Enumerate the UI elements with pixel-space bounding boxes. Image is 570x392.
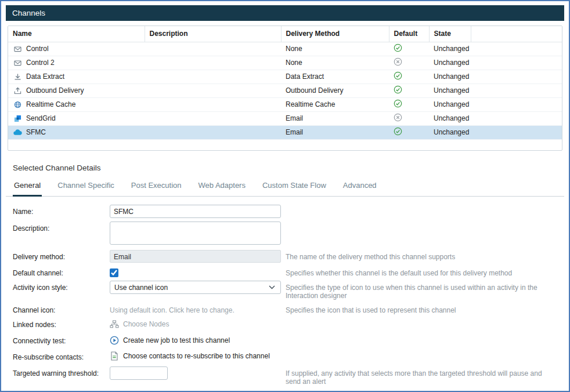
table-row[interactable]: Control 2NoneUnchanged <box>8 56 562 70</box>
play-circle-icon <box>110 336 119 345</box>
filter-label: Filter: <box>13 389 110 392</box>
targeted-warning-threshold-help: If supplied, any activity that selects m… <box>286 366 557 386</box>
cell-extra <box>471 111 562 125</box>
description-row: Description: <box>13 222 557 245</box>
column-header-description[interactable]: Description <box>145 26 281 42</box>
table-header-row: Name Description Delivery Method Default… <box>8 26 562 42</box>
cell-state: Unchanged <box>429 97 471 111</box>
activity-icon-style-select[interactable]: Use channel icon <box>110 281 281 294</box>
cell-name: Control 2 <box>8 56 145 70</box>
table-row[interactable]: SendGridEmailUnchanged <box>8 111 562 125</box>
channel-icon-change-link[interactable]: Using default icon. Click here to change… <box>110 303 235 314</box>
channel-name: Realtime Cache <box>26 100 75 108</box>
cell-extra <box>471 97 562 111</box>
outbound-delivery-icon <box>13 87 22 95</box>
cell-delivery-method: Realtime Cache <box>281 97 389 111</box>
cell-description <box>145 56 281 70</box>
tab-custom-state-flow[interactable]: Custom State Flow <box>261 181 327 197</box>
check-circle-icon <box>394 71 402 80</box>
resubscribe-document-icon <box>110 351 119 361</box>
check-circle-icon <box>394 127 402 136</box>
channel-name: SFMC <box>26 128 46 136</box>
check-circle-icon <box>394 99 402 108</box>
check-circle-icon <box>394 85 402 94</box>
name-row: Name: <box>13 205 557 218</box>
data-extract-icon <box>13 73 22 81</box>
tab-bar: GeneralChannel SpecificPost ExecutionWeb… <box>6 181 564 197</box>
choose-resubscribe-contacts-button[interactable]: Choose contacts to re-subscribe to this … <box>123 352 270 360</box>
tab-advanced[interactable]: Advanced <box>342 181 378 197</box>
cell-state: Unchanged <box>429 84 471 97</box>
linked-nodes-row: Linked nodes: Choose Nodes <box>13 318 557 329</box>
chevron-down-icon <box>267 285 276 289</box>
connectivity-test-row: Connectivity test: Create new job to tes… <box>13 334 557 345</box>
cell-default <box>389 125 429 139</box>
tab-channel-specific[interactable]: Channel Specific <box>56 181 116 197</box>
check-circle-icon <box>394 43 402 52</box>
sendgrid-icon <box>13 115 22 122</box>
filter-row: Filter: Selection Rule Determines whethe… <box>13 389 557 392</box>
cell-extra <box>471 70 562 84</box>
x-circle-icon <box>394 113 402 122</box>
tab-general[interactable]: General <box>13 181 42 197</box>
default-channel-row: Default channel: Specifies whether this … <box>13 266 557 277</box>
cell-state: Unchanged <box>429 70 471 84</box>
cell-default <box>389 111 429 125</box>
cell-description <box>145 42 281 56</box>
cell-delivery-method: None <box>281 42 389 56</box>
cell-delivery-method: None <box>281 56 389 70</box>
tab-web-adapters[interactable]: Web Adapters <box>197 181 247 197</box>
linked-nodes-label: Linked nodes: <box>13 318 110 329</box>
cell-description <box>145 70 281 84</box>
cell-state: Unchanged <box>429 111 471 125</box>
default-channel-checkbox[interactable] <box>110 268 118 277</box>
resubscribe-row: Re-subscribe contacts: Choose contacts t… <box>13 350 557 361</box>
cell-extra <box>471 42 562 56</box>
table-row[interactable]: Realtime CacheRealtime CacheUnchanged <box>8 97 562 111</box>
cell-name: Control <box>8 42 145 56</box>
activity-icon-style-label: Activity icon style: <box>13 281 110 292</box>
table-row[interactable]: Data ExtractData ExtractUnchanged <box>8 70 562 84</box>
column-header-name[interactable]: Name <box>8 26 145 42</box>
channels-table-body: ControlNoneUnchangedControl 2NoneUnchang… <box>8 42 562 139</box>
name-input[interactable] <box>110 205 281 218</box>
column-header-delivery-method[interactable]: Delivery Method <box>281 26 389 42</box>
cell-description <box>145 125 281 139</box>
channel-name: SendGrid <box>26 114 56 122</box>
cell-delivery-method: Email <box>281 111 389 125</box>
tab-post-execution[interactable]: Post Execution <box>130 181 183 197</box>
cell-state: Unchanged <box>429 42 471 56</box>
delivery-method-label: Delivery method: <box>13 250 110 261</box>
activity-icon-style-row: Activity icon style: Use channel icon Sp… <box>13 281 557 300</box>
activity-icon-style-help: Specifies the type of icon to use when t… <box>286 281 557 300</box>
table-row[interactable]: Outbound DeliveryOutbound DeliveryUnchan… <box>8 84 562 97</box>
channel-icon-help: Specifies the icon that is used to repre… <box>286 303 557 314</box>
channel-details-form: Name: Description: Delivery method: Emai… <box>6 197 564 392</box>
delivery-method-help: The name of the delivery method this cha… <box>286 250 557 261</box>
linked-nodes-icon <box>110 320 119 328</box>
description-input[interactable] <box>110 222 281 245</box>
targeted-warning-threshold-input[interactable] <box>110 366 168 380</box>
table-row[interactable]: ControlNoneUnchanged <box>8 42 562 56</box>
channels-table: Name Description Delivery Method Default… <box>8 26 562 151</box>
channel-name: Outbound Delivery <box>26 86 84 95</box>
create-test-job-button[interactable]: Create new job to test this channel <box>123 336 230 344</box>
channel-name: Data Extract <box>26 72 64 81</box>
cell-default <box>389 84 429 97</box>
default-channel-help: Specifies whether this channel is the de… <box>286 266 557 277</box>
resubscribe-label: Re-subscribe contacts: <box>13 350 110 361</box>
channel-icon-row: Channel icon: Using default icon. Click … <box>13 303 557 314</box>
cell-name: Data Extract <box>8 70 145 84</box>
realtime-cache-icon <box>13 101 22 108</box>
cell-delivery-method: Data Extract <box>281 70 389 84</box>
table-row[interactable]: SFMCEmailUnchanged <box>8 125 562 139</box>
x-circle-icon <box>394 57 402 66</box>
description-label: Description: <box>13 222 110 233</box>
column-header-state[interactable]: State <box>429 26 471 42</box>
choose-nodes-button[interactable]: Choose Nodes <box>123 320 169 328</box>
name-label: Name: <box>13 205 110 216</box>
column-header-default[interactable]: Default <box>389 26 429 42</box>
control-channel-icon <box>13 45 22 53</box>
cell-extra <box>471 84 562 97</box>
sfmc-cloud-icon <box>13 129 22 136</box>
